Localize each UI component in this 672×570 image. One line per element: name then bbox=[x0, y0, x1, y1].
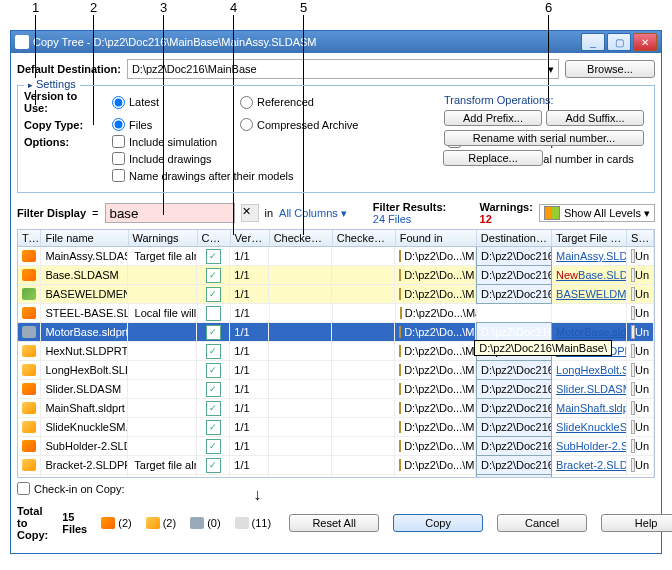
target-name-cell[interactable]: MainShaft.sldprt bbox=[552, 399, 627, 417]
maximize-button[interactable]: ▢ bbox=[607, 33, 631, 51]
copy-checkbox[interactable]: ✓ bbox=[206, 325, 221, 340]
dest-path-cell[interactable]: D:\pz2\Doc216\Main... bbox=[476, 322, 552, 342]
target-name-cell[interactable]: MotorBase.sldprt bbox=[552, 323, 627, 341]
copy-checkbox[interactable]: ✓ bbox=[206, 382, 221, 397]
target-name-cell[interactable]: MainAssy.SLDASM bbox=[552, 247, 627, 265]
help-button[interactable]: Help bbox=[601, 514, 672, 532]
copy-checkbox[interactable]: ✓ bbox=[206, 268, 221, 283]
target-name-cell[interactable] bbox=[552, 304, 627, 322]
callout-3: 3 bbox=[160, 0, 167, 15]
target-name-cell[interactable]: BASEWELDMENT... bbox=[552, 285, 627, 303]
dest-input[interactable]: D:\pz2\Doc216\MainBase▾ bbox=[127, 59, 559, 79]
dest-path-cell[interactable] bbox=[477, 304, 552, 322]
show-levels-dropdown[interactable]: Show All Levels ▾ bbox=[539, 204, 655, 222]
table-row[interactable]: Slider.SLDASM✓1/1D:\pz2\Do...\MainBaseD:… bbox=[18, 380, 654, 399]
dest-path-cell[interactable]: D:\pz2\Doc216\Main... bbox=[476, 265, 552, 285]
copy-checkbox[interactable]: ✓ bbox=[206, 458, 221, 473]
options-label: Options: bbox=[24, 136, 104, 148]
dest-path-cell[interactable]: D:\pz2\Doc216\Main... bbox=[476, 474, 552, 477]
table-row[interactable]: MainShaft.sldprt✓1/1D:\pz2\Do...\MainBas… bbox=[18, 399, 654, 418]
target-name-cell[interactable]: NewBase.SLDASM bbox=[552, 266, 627, 284]
table-row[interactable]: SlideKnuckleSM.sldprt✓1/1D:\pz2\Do...\Ma… bbox=[18, 418, 654, 437]
warnings-label: Warnings: bbox=[480, 201, 533, 213]
filter-columns[interactable]: All Columns ▾ bbox=[279, 207, 347, 220]
count-drw: (0) bbox=[190, 517, 220, 529]
browse-button[interactable]: Browse... bbox=[565, 60, 655, 78]
table-row[interactable]: LongHexBolt.SLDPRT✓1/1D:\pz2\Do...\MainB… bbox=[18, 361, 654, 380]
chk-drawings[interactable]: Include drawings bbox=[112, 152, 232, 165]
dest-path-cell[interactable]: D:\pz2\Doc216\Main... bbox=[476, 436, 552, 456]
copy-checkbox[interactable]: ✓ bbox=[206, 249, 221, 264]
dest-path-cell[interactable]: D:\pz2\Doc216\Main... bbox=[476, 360, 552, 380]
target-name-cell[interactable]: Bracket.SLDPRT bbox=[552, 475, 627, 477]
folder-icon bbox=[399, 269, 401, 281]
copy-checkbox[interactable]: ✓ bbox=[206, 363, 221, 378]
copy-checkbox[interactable]: ✓ bbox=[206, 401, 221, 416]
filter-input[interactable] bbox=[105, 203, 235, 223]
folder-icon bbox=[399, 364, 401, 376]
state-icon bbox=[631, 401, 635, 415]
copy-checkbox[interactable]: ✓ bbox=[206, 344, 221, 359]
copy-checkbox[interactable]: ✓ bbox=[206, 420, 221, 435]
total-files: 15 Files bbox=[62, 511, 87, 535]
folder-icon bbox=[399, 250, 401, 262]
folder-icon bbox=[399, 383, 401, 395]
table-row[interactable]: Bracket-2.SLDPRTTarget file alre...✓1/1D… bbox=[18, 456, 654, 475]
dest-path-cell[interactable]: D:\pz2\Doc216\Main... bbox=[476, 247, 552, 266]
dest-path-cell[interactable]: D:\pz2\Doc216\Main... bbox=[476, 455, 552, 475]
filter-display-label: Filter Display bbox=[17, 207, 86, 219]
state-icon bbox=[631, 268, 635, 282]
target-name-cell[interactable]: Bracket-2.SLDPRT bbox=[552, 456, 627, 474]
file-type-icon bbox=[22, 421, 36, 433]
radio-referenced[interactable]: Referenced bbox=[240, 96, 440, 109]
add-prefix-button[interactable]: Add Prefix... bbox=[444, 110, 542, 126]
chk-namedrawings[interactable]: Name drawings after their models bbox=[112, 169, 440, 182]
target-name-cell[interactable]: SlideKnuckleSM.sl... bbox=[552, 418, 627, 436]
clear-filter-icon[interactable]: ✕ bbox=[241, 204, 259, 222]
copy-checkbox[interactable]: ✓ bbox=[206, 287, 221, 302]
version-label: Version to Use: bbox=[24, 90, 104, 114]
replace-button[interactable]: Replace... bbox=[443, 150, 543, 166]
add-suffix-button[interactable]: Add Suffix... bbox=[546, 110, 644, 126]
radio-files[interactable]: Files bbox=[112, 118, 232, 131]
dest-path-cell[interactable]: D:\pz2\Doc216\Main... bbox=[476, 398, 552, 418]
file-type-icon bbox=[22, 307, 36, 319]
table-row[interactable]: Bracket.SLDPRTTarget file alre...✓1/1D:\… bbox=[18, 475, 654, 477]
target-name-cell[interactable]: Slider.SLDASM bbox=[552, 380, 627, 398]
checkin-checkbox[interactable]: Check-in on Copy: bbox=[17, 482, 125, 495]
radio-latest[interactable]: Latest bbox=[112, 96, 232, 109]
table-row[interactable]: MainAssy.SLDASMTarget file alre...✓1/1D:… bbox=[18, 247, 654, 266]
filter-results-link[interactable]: 24 Files bbox=[373, 213, 412, 225]
folder-icon bbox=[399, 421, 401, 433]
file-type-icon bbox=[22, 326, 36, 338]
close-button[interactable]: ✕ bbox=[633, 33, 657, 51]
radio-compressed[interactable]: Compressed Archive bbox=[240, 118, 440, 131]
copy-button[interactable]: Copy bbox=[393, 514, 483, 532]
state-icon bbox=[631, 458, 635, 472]
reset-button[interactable]: Reset All bbox=[289, 514, 379, 532]
folder-icon bbox=[399, 459, 401, 471]
state-icon bbox=[631, 363, 635, 377]
table-row[interactable]: Base.SLDASM✓1/1D:\pz2\Do...\MainBaseD:\p… bbox=[18, 266, 654, 285]
file-type-icon bbox=[22, 402, 36, 414]
copy-checkbox[interactable] bbox=[206, 306, 221, 321]
table-header: Type File name Warnings Copy Version Che… bbox=[18, 230, 654, 247]
state-icon bbox=[631, 306, 635, 320]
dest-path-cell[interactable]: D:\pz2\Doc216\Main... bbox=[476, 417, 552, 437]
count-asm: (2) bbox=[101, 517, 131, 529]
table-row[interactable]: SubHolder-2.SLDASM✓1/1D:\pz2\Do...\MainB… bbox=[18, 437, 654, 456]
table-row[interactable]: STEEL-BASE.SLDASMLocal file will ...1/1D… bbox=[18, 304, 654, 323]
cancel-button[interactable]: Cancel bbox=[497, 514, 587, 532]
target-name-cell[interactable]: LongHexBolt.SLD... bbox=[552, 361, 627, 379]
transform-title: Transform Operations: bbox=[444, 94, 644, 106]
chk-simulation[interactable]: Include simulation bbox=[112, 135, 232, 148]
target-name-cell[interactable]: SubHolder-2.SLD... bbox=[552, 437, 627, 455]
copy-checkbox[interactable]: ✓ bbox=[206, 439, 221, 454]
copy-checkbox[interactable]: ✓ bbox=[206, 477, 221, 478]
table-row[interactable]: BASEWELDMENT.SL...✓1/1D:\pz2\Do...\MainB… bbox=[18, 285, 654, 304]
dest-path-cell[interactable]: D:\pz2\Doc216\Main bbox=[476, 284, 552, 304]
dest-path-cell[interactable]: D:\pz2\Doc216\Main... bbox=[476, 379, 552, 399]
minimize-button[interactable]: _ bbox=[581, 33, 605, 51]
file-type-icon bbox=[22, 383, 36, 395]
rename-serial-button[interactable]: Rename with serial number... bbox=[444, 130, 644, 146]
